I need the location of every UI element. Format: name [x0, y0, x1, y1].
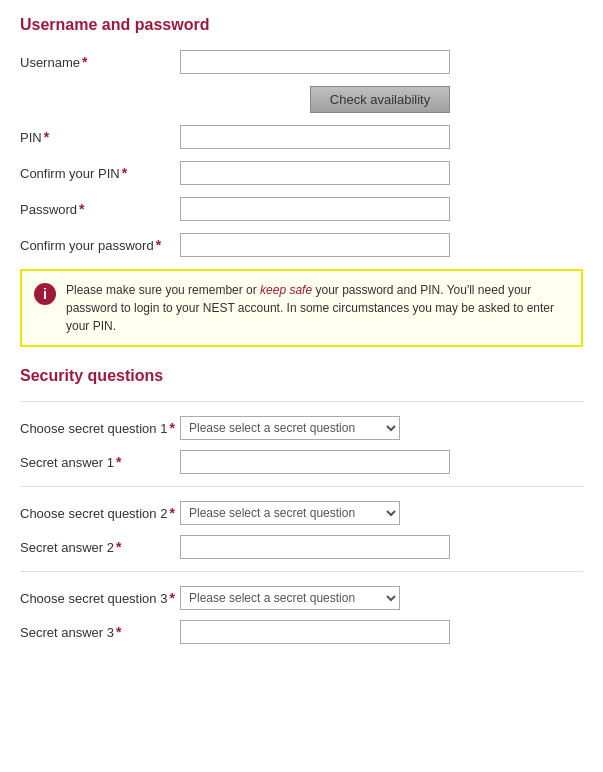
question1-row: Choose secret question 1* Please select … [20, 416, 583, 440]
answer2-row: Secret answer 2* [20, 535, 583, 559]
confirm-pin-label: Confirm your PIN* [20, 165, 180, 181]
question2-select[interactable]: Please select a secret question [180, 501, 400, 525]
divider1 [20, 401, 583, 402]
question3-label: Choose secret question 3* [20, 590, 180, 606]
question2-row: Choose secret question 2* Please select … [20, 501, 583, 525]
check-availability-button[interactable]: Check availability [310, 86, 450, 113]
question1-label: Choose secret question 1* [20, 420, 180, 436]
answer3-input[interactable] [180, 620, 450, 644]
username-input[interactable] [180, 50, 450, 74]
answer1-label: Secret answer 1* [20, 454, 180, 470]
answer1-input[interactable] [180, 450, 450, 474]
answer3-row: Secret answer 3* [20, 620, 583, 644]
password-input[interactable] [180, 197, 450, 221]
question2-label: Choose secret question 2* [20, 505, 180, 521]
question3-select[interactable]: Please select a secret question [180, 586, 400, 610]
username-label: Username* [20, 54, 180, 70]
info-box: i Please make sure you remember or keep … [20, 269, 583, 347]
pin-row: PIN* [20, 125, 583, 149]
pin-input[interactable] [180, 125, 450, 149]
confirm-password-row: Confirm your password* [20, 233, 583, 257]
question3-row: Choose secret question 3* Please select … [20, 586, 583, 610]
confirm-password-label: Confirm your password* [20, 237, 180, 253]
question1-select[interactable]: Please select a secret question [180, 416, 400, 440]
password-label: Password* [20, 201, 180, 217]
confirm-pin-input[interactable] [180, 161, 450, 185]
info-highlight: keep safe [260, 283, 312, 297]
info-text: Please make sure you remember or keep sa… [66, 281, 569, 335]
answer1-row: Secret answer 1* [20, 450, 583, 474]
answer2-label: Secret answer 2* [20, 539, 180, 555]
confirm-pin-row: Confirm your PIN* [20, 161, 583, 185]
username-row: Username* [20, 50, 583, 74]
section1-title: Username and password [20, 16, 583, 34]
confirm-password-input[interactable] [180, 233, 450, 257]
password-row: Password* [20, 197, 583, 221]
divider3 [20, 571, 583, 572]
info-icon: i [34, 283, 56, 305]
section2-title: Security questions [20, 367, 583, 385]
check-availability-row: Check availability [180, 86, 450, 113]
divider2 [20, 486, 583, 487]
answer3-label: Secret answer 3* [20, 624, 180, 640]
answer2-input[interactable] [180, 535, 450, 559]
security-section: Security questions Choose secret questio… [20, 367, 583, 644]
pin-label: PIN* [20, 129, 180, 145]
